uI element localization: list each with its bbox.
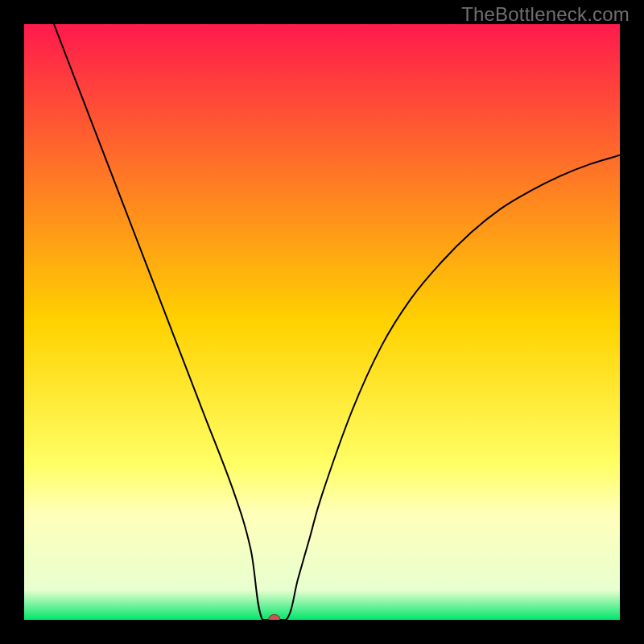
plot-area	[24, 24, 620, 620]
chart-frame: TheBottleneck.com	[0, 0, 644, 644]
chart-svg	[24, 24, 620, 620]
chart-background	[24, 24, 620, 620]
watermark-text: TheBottleneck.com	[461, 3, 630, 26]
optimal-point-marker	[269, 614, 280, 620]
